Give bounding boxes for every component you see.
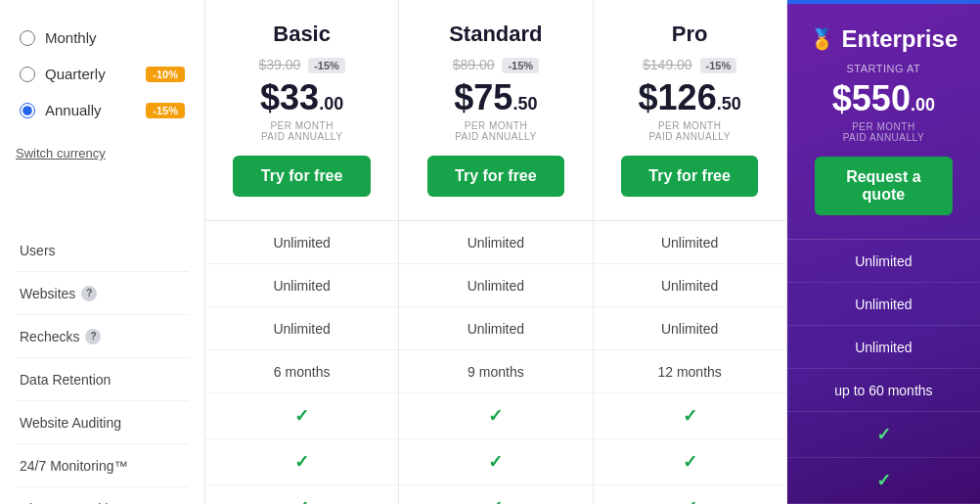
plan-standard: Standard $89.00 -15% $75 .50 PER MONTHPA…: [399, 0, 593, 504]
standard-price-main: $75: [454, 77, 512, 118]
enterprise-website-auditing: ✓: [787, 412, 980, 458]
annually-badge: -15%: [146, 103, 185, 118]
check-icon: ✓: [294, 497, 309, 504]
basic-discount: -15%: [308, 58, 345, 73]
standard-price-cents: .50: [512, 94, 537, 115]
plan-pro: Pro $149.00 -15% $126 .50 PER MONTHPAID …: [594, 0, 787, 504]
feature-label-data-retention: Data Retention: [16, 358, 189, 401]
pro-monitoring: ✓: [594, 439, 786, 485]
billing-option-annually[interactable]: Annually -15%: [16, 92, 189, 128]
standard-original-price: $89.00: [453, 57, 495, 72]
basic-original-price: $39.00: [258, 57, 300, 72]
feature-label-rechecks: Rechecks ?: [16, 315, 189, 358]
standard-discount: -15%: [502, 58, 539, 73]
quarterly-badge: -10%: [146, 67, 185, 82]
pro-data-retention: 12 months: [594, 350, 786, 393]
plan-basic: Basic $39.00 -15% $33 .00 PER MONTHPAID …: [205, 0, 399, 504]
enterprise-price-row: $550 .00: [803, 78, 964, 119]
feature-label-change-tracking: Change Tracking™: [16, 487, 189, 504]
check-icon: ✓: [488, 497, 503, 504]
rechecks-info-icon[interactable]: ?: [85, 329, 101, 344]
pricing-container: Monthly Quarterly -10% Annually -15% Swi…: [0, 0, 980, 504]
pro-features: Unlimited Unlimited Unlimited 12 months …: [594, 221, 786, 504]
basic-price-cents: .00: [319, 94, 343, 115]
feature-label-websites: Websites ?: [16, 272, 189, 315]
enterprise-price-cents: .00: [911, 95, 935, 115]
pro-original-price: $149.00: [643, 57, 692, 72]
enterprise-data-retention: up to 60 months: [787, 369, 980, 412]
billing-option-quarterly[interactable]: Quarterly -10%: [16, 56, 189, 92]
pro-plan-name: Pro: [609, 22, 771, 47]
pro-change-tracking: ✓: [594, 485, 786, 504]
basic-price-row: $33 .00: [221, 77, 382, 118]
basic-header: Basic $39.00 -15% $33 .00 PER MONTHPAID …: [205, 0, 398, 221]
billing-label-monthly: Monthly: [45, 29, 185, 46]
check-icon: ✓: [488, 405, 503, 427]
pro-header: Pro $149.00 -15% $126 .50 PER MONTHPAID …: [594, 0, 786, 221]
check-icon: ✓: [683, 405, 697, 427]
standard-users: Unlimited: [399, 221, 592, 264]
billing-label-quarterly: Quarterly: [45, 66, 136, 82]
check-icon: ✓: [683, 497, 697, 504]
billing-option-monthly[interactable]: Monthly: [16, 20, 189, 56]
pro-cta-button[interactable]: Try for free: [621, 156, 758, 197]
feature-label-monitoring: 24/7 Monitoring™: [16, 444, 189, 487]
basic-cta-button[interactable]: Try for free: [233, 156, 370, 197]
billing-radio-monthly[interactable]: [20, 30, 35, 46]
feature-label-users: Users: [16, 229, 189, 272]
plan-enterprise: 🏅 Enterprise STARTING AT $550 .00 PER MO…: [787, 0, 980, 504]
standard-price-label: PER MONTHPAID ANNUALLY: [415, 120, 576, 142]
plans-area: Basic $39.00 -15% $33 .00 PER MONTHPAID …: [205, 0, 980, 504]
standard-change-tracking: ✓: [399, 485, 592, 504]
enterprise-starting-at: STARTING AT: [803, 63, 964, 74]
pro-websites: Unlimited: [594, 264, 786, 307]
pro-website-auditing: ✓: [594, 393, 786, 439]
enterprise-price-label: PER MONTHPAID ANNUALLY: [803, 121, 964, 143]
switch-currency-button[interactable]: Switch currency: [16, 146, 189, 160]
check-icon: ✓: [294, 405, 309, 427]
check-icon: ✓: [488, 451, 503, 473]
check-icon: ✓: [294, 451, 309, 473]
pro-users: Unlimited: [594, 221, 786, 264]
basic-change-tracking: ✓: [205, 485, 398, 504]
billing-radio-annually[interactable]: [20, 103, 35, 118]
basic-rechecks: Unlimited: [205, 307, 398, 350]
enterprise-websites: Unlimited: [787, 283, 980, 326]
basic-plan-name: Basic: [221, 22, 382, 47]
basic-websites: Unlimited: [205, 264, 398, 307]
standard-plan-name: Standard: [415, 22, 576, 47]
feature-labels: Users Websites ? Rechecks ? Data Retenti…: [16, 209, 189, 504]
billing-radio-quarterly[interactable]: [20, 67, 35, 82]
basic-website-auditing: ✓: [205, 393, 398, 439]
billing-label-annually: Annually: [45, 102, 136, 118]
enterprise-plan-name: 🏅 Enterprise: [803, 25, 964, 53]
check-icon: ✓: [683, 451, 697, 473]
standard-website-auditing: ✓: [399, 393, 592, 439]
websites-info-icon[interactable]: ?: [81, 286, 97, 301]
standard-price-row: $75 .50: [415, 77, 576, 118]
medal-icon: 🏅: [810, 27, 834, 51]
enterprise-cta-button[interactable]: Request a quote: [815, 157, 952, 215]
billing-options: Monthly Quarterly -10% Annually -15%: [16, 20, 189, 128]
standard-features: Unlimited Unlimited Unlimited 9 months ✓…: [399, 221, 592, 504]
standard-monitoring: ✓: [399, 439, 592, 485]
pro-price-label: PER MONTHPAID ANNUALLY: [609, 120, 771, 142]
enterprise-monitoring: ✓: [787, 458, 980, 504]
standard-websites: Unlimited: [399, 264, 592, 307]
basic-price-main: $33: [260, 77, 319, 118]
standard-data-retention: 9 months: [399, 350, 592, 393]
check-icon: ✓: [876, 424, 891, 445]
basic-users: Unlimited: [205, 221, 398, 264]
pro-price-cents: .50: [717, 94, 741, 115]
standard-cta-button[interactable]: Try for free: [427, 156, 564, 197]
pro-price-main: $126: [639, 77, 717, 118]
check-icon: ✓: [876, 470, 891, 491]
standard-header: Standard $89.00 -15% $75 .50 PER MONTHPA…: [399, 0, 592, 221]
enterprise-rechecks: Unlimited: [787, 326, 980, 369]
standard-rechecks: Unlimited: [399, 307, 592, 350]
basic-features: Unlimited Unlimited Unlimited 6 months ✓…: [205, 221, 398, 504]
enterprise-header: 🏅 Enterprise STARTING AT $550 .00 PER MO…: [787, 4, 980, 240]
basic-price-label: PER MONTHPAID ANNUALLY: [221, 120, 382, 142]
feature-label-website-auditing: Website Auditing: [16, 401, 189, 444]
pro-discount: -15%: [700, 58, 737, 73]
